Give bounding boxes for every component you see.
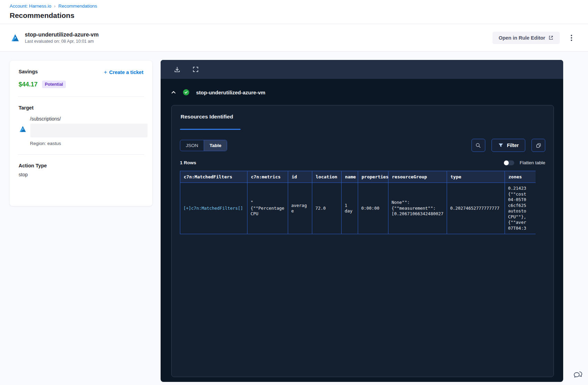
results-table-container[interactable]: c7n:MatchedFilters c7n:metrics id locati…: [180, 171, 536, 234]
download-icon[interactable]: [174, 66, 181, 73]
potential-badge: Potential: [42, 81, 66, 88]
success-check-icon: [183, 89, 189, 95]
col-header-name[interactable]: name: [342, 171, 358, 183]
breadcrumb-account-link[interactable]: Account: Harness.io: [10, 3, 51, 9]
col-header-metrics[interactable]: c7n:metrics: [247, 171, 288, 183]
resources-identified-tab-label: Resources Identified: [180, 114, 241, 125]
active-tab-underline: [180, 129, 241, 130]
table-header-row: c7n:MatchedFilters c7n:metrics id locati…: [180, 171, 536, 183]
cell-metrics: " {""Percentage CPU: [247, 183, 288, 234]
resources-identified-card: Resources Identified JSON Table: [171, 105, 554, 377]
toggle-knob: [504, 160, 509, 165]
recommendation-last-evaluated: Last evaluated on: 08 Apr, 10:01 am: [25, 39, 99, 44]
search-button[interactable]: [472, 139, 485, 152]
external-link-icon: [548, 35, 554, 40]
open-rule-editor-label: Open in Rule Editor: [499, 35, 545, 41]
azure-target-icon: [19, 125, 27, 133]
action-type-label: Action Type: [19, 163, 143, 168]
target-region: Region: eastus: [30, 141, 143, 146]
action-type-value: stop: [19, 172, 143, 177]
help-chat-icon[interactable]: [573, 369, 583, 381]
divider: [18, 96, 144, 97]
tab-resources-identified[interactable]: Resources Identified: [180, 114, 241, 130]
view-mode-toggle: JSON Table: [180, 140, 227, 151]
col-header-id[interactable]: id: [288, 171, 312, 183]
divider: [18, 154, 144, 155]
breadcrumb-separator-icon: ›: [54, 3, 55, 9]
filter-button[interactable]: Filter: [491, 139, 525, 152]
rule-result-title: stop-underutilized-azure-vm: [196, 90, 265, 95]
recommendation-title: stop-underutilized-azure-vm: [25, 32, 99, 38]
col-header-zones[interactable]: zones: [505, 171, 536, 183]
table-row: [+]c7n:MatchedFilters[] " {""Percentage …: [180, 183, 536, 234]
filter-button-label: Filter: [507, 143, 519, 148]
cell-name: 1 day: [342, 183, 358, 234]
collapse-chevron-icon[interactable]: [171, 90, 176, 95]
view-json-segment[interactable]: JSON: [180, 140, 204, 151]
cell-zones: 0.21423 {""cost 04-05T0 c6cf625 autosto …: [505, 183, 536, 234]
col-header-type[interactable]: type: [447, 171, 505, 183]
flatten-table-label: Flatten table: [520, 160, 545, 165]
recommendation-header: stop-underutilized-azure-vm Last evaluat…: [0, 24, 588, 52]
cell-properties: 0:00:00: [358, 183, 388, 234]
rows-count: 1 Rows: [180, 160, 196, 165]
col-header-properties[interactable]: properties: [358, 171, 388, 183]
evaluation-output-panel: stop-underutilized-azure-vm Resources Id…: [161, 60, 563, 382]
results-table: c7n:MatchedFilters c7n:metrics id locati…: [180, 171, 536, 234]
panel-toolbar: [161, 60, 563, 79]
cell-id: average: [288, 183, 312, 234]
rule-result-header: stop-underutilized-azure-vm: [161, 79, 563, 95]
plus-icon: +: [104, 69, 107, 76]
breadcrumb-recommendations-link[interactable]: Recommendations: [58, 3, 97, 9]
target-label: Target: [19, 105, 143, 111]
fullscreen-icon[interactable]: [192, 66, 199, 73]
col-header-matchedfilters[interactable]: c7n:MatchedFilters: [180, 171, 247, 183]
create-ticket-label: Create a ticket: [109, 70, 143, 75]
create-ticket-button[interactable]: + Create a ticket: [104, 69, 143, 76]
col-header-location[interactable]: location: [312, 171, 342, 183]
savings-label: Savings: [19, 69, 38, 74]
copy-button[interactable]: [531, 139, 545, 152]
search-icon: [475, 143, 481, 148]
page-title: Recommendations: [10, 11, 588, 20]
copy-icon: [536, 143, 541, 148]
main-content: Savings + Create a ticket $44.17 Potenti…: [0, 52, 588, 385]
azure-logo-icon: [10, 33, 20, 43]
filter-funnel-icon: [498, 143, 504, 148]
savings-amount: $44.17: [19, 81, 38, 88]
top-bar: Account: Harness.io › Recommendations Re…: [0, 0, 588, 20]
target-resource-placeholder: [30, 124, 148, 137]
cell-matchedfilters-expand[interactable]: [+]c7n:MatchedFilters[]: [180, 183, 247, 234]
open-rule-editor-button[interactable]: Open in Rule Editor: [493, 32, 560, 44]
breadcrumb: Account: Harness.io › Recommendations: [10, 3, 588, 9]
cell-location: 72.0: [312, 183, 342, 234]
savings-card: Savings + Create a ticket $44.17 Potenti…: [10, 61, 152, 206]
flatten-table-toggle[interactable]: [504, 160, 514, 165]
col-header-resourcegroup[interactable]: resourceGroup: [388, 171, 447, 183]
cell-type: 0.20274652777777777: [447, 183, 505, 234]
more-options-kebab-menu[interactable]: [569, 33, 574, 42]
cell-resourcegroup: None"": {""measurement"": [0.20671066342…: [388, 183, 447, 234]
view-table-segment[interactable]: Table: [204, 140, 227, 151]
target-subscription-path: /subscriptions/: [30, 116, 143, 122]
